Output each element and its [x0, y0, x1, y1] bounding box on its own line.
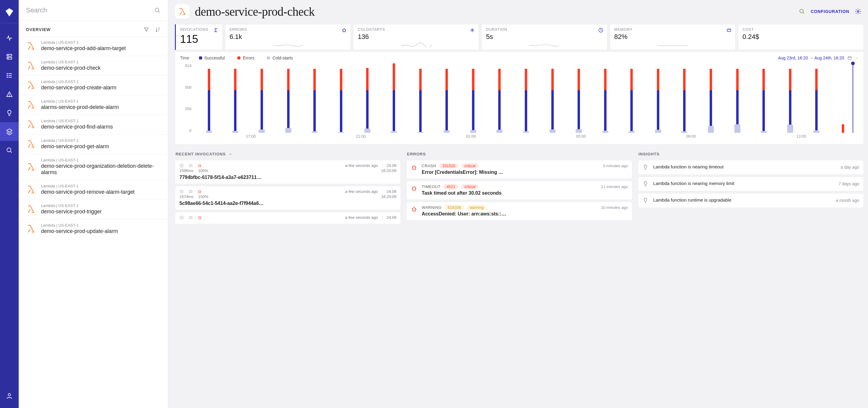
chart-bar[interactable] [724, 63, 751, 133]
invocation-card[interactable]: a few seconds ago 24.08 [175, 212, 401, 224]
chart-bar[interactable] [249, 63, 275, 133]
function-item[interactable]: Lambda | US-EAST-1 demo-service-prod-add… [19, 36, 168, 56]
main: demo-service-prod-check CONFIGURATION IN… [168, 0, 868, 408]
header-search-icon[interactable] [799, 8, 805, 15]
clock-icon [180, 215, 184, 220]
chart-bar[interactable] [803, 63, 830, 133]
chart-bar[interactable] [565, 63, 592, 133]
nav-layers-icon[interactable] [0, 122, 19, 141]
nav-list-icon[interactable] [0, 66, 19, 85]
function-item[interactable]: Lambda | US-EAST-1 demo-service-prod-fin… [19, 115, 168, 134]
stat-duration[interactable]: DURATION 5s [482, 24, 607, 50]
error-card[interactable]: CRASH 331520 critical 5 minutes ago Erro… [406, 160, 632, 179]
chart-bar[interactable] [328, 63, 354, 133]
svg-point-14 [8, 394, 10, 396]
current-time-marker [852, 63, 853, 133]
nav-servers-icon[interactable] [0, 48, 19, 66]
chart-bar[interactable] [645, 63, 671, 133]
panel-recent: RECENT INVOCATIONS a few seconds ago 24.… [175, 151, 401, 224]
legend-cold[interactable]: Cold-starts [267, 56, 293, 60]
chart-bar[interactable] [301, 63, 328, 133]
chart-bar[interactable] [487, 63, 513, 133]
memory-icon [188, 164, 193, 168]
search-row [19, 0, 168, 21]
chevron-down-icon[interactable] [855, 56, 859, 60]
chart-bar[interactable] [750, 63, 777, 133]
bulb-icon [642, 197, 649, 204]
error-card[interactable]: WARNING 618208 warning 10 minutes ago Ac… [406, 202, 632, 221]
stat-cost[interactable]: COST 0.24$ [738, 24, 864, 50]
chart-bar[interactable] [698, 63, 724, 133]
function-item[interactable]: Lambda | US-EAST-1 alarms-service-prod-d… [19, 95, 168, 115]
invocation-card[interactable]: a few seconds ago 24.08 1574ms 100% 16:2… [175, 186, 401, 210]
insight-card[interactable]: Lambda function is nearing timeout a day… [638, 160, 864, 175]
function-item[interactable]: Lambda | US-EAST-1 demo-service-prod-tri… [19, 200, 168, 219]
chart-bar[interactable] [196, 63, 222, 133]
calendar-icon[interactable] [847, 56, 852, 60]
chart-bar[interactable] [830, 63, 856, 133]
chart-bar[interactable] [671, 63, 698, 133]
function-list: Lambda | US-EAST-1 demo-service-prod-add… [19, 36, 168, 408]
chart-bar[interactable] [777, 63, 803, 133]
gear-icon[interactable] [855, 8, 861, 15]
function-item[interactable]: Lambda | US-EAST-1 demo-service-prod-cre… [19, 76, 168, 95]
error-card[interactable]: TIMEOUT 4521 critical 11 minutes ago Tas… [406, 181, 632, 200]
search-input[interactable] [26, 6, 154, 14]
svg-point-13 [9, 96, 9, 96]
lambda-icon [26, 41, 36, 51]
chart-bar[interactable] [275, 63, 302, 133]
chevron-down-icon[interactable] [228, 152, 232, 156]
stat-memory[interactable]: MEMORY 82% [610, 24, 736, 50]
function-item[interactable]: Lambda | US-EAST-1 demo-service-prod-che… [19, 56, 168, 76]
configuration-link[interactable]: CONFIGURATION [811, 9, 849, 14]
nav-profile-icon[interactable] [0, 389, 19, 408]
lambda-icon [26, 119, 36, 129]
chart-bar[interactable] [539, 63, 566, 133]
chart-bar[interactable] [460, 63, 487, 133]
insight-card[interactable]: Lambda function is nearing memory limit … [638, 177, 864, 191]
chart-bar[interactable] [222, 63, 249, 133]
legend-errors[interactable]: Errors [237, 56, 254, 60]
date-range[interactable]: Aug 23rd, 16:20 → Aug 24th, 16:20 [778, 56, 844, 60]
nav-alerts-icon[interactable] [0, 85, 19, 104]
chart-bar[interactable] [513, 63, 539, 133]
filter-icon[interactable] [143, 27, 149, 33]
insight-card[interactable]: Lambda function runtime is upgradable a … [638, 193, 864, 208]
svg-point-8 [8, 55, 8, 55]
invocation-card[interactable]: a few seconds ago 24.08 1596ms 100% 16:2… [175, 160, 401, 184]
function-item[interactable]: Lambda | US-EAST-1 demo-service-prod-org… [19, 154, 168, 180]
chart-bar[interactable] [433, 63, 460, 133]
svg-rect-6 [7, 54, 12, 56]
nav-insights-icon[interactable] [0, 104, 19, 122]
sidebar-header: OVERVIEW [26, 27, 51, 32]
lambda-icon [26, 185, 36, 194]
lambda-icon [26, 61, 36, 70]
clock-icon [180, 190, 184, 194]
chart: Time Successful Errors Cold-starts Aug 2… [175, 52, 864, 145]
nav-pulse-icon[interactable] [0, 29, 19, 48]
logo[interactable] [0, 4, 19, 23]
panel-errors: ERRORS CRASH 331520 critical 5 minutes a… [406, 151, 632, 224]
bug-icon [411, 185, 417, 192]
chart-bar[interactable] [592, 63, 619, 133]
nav-search-icon[interactable] [0, 141, 19, 159]
panel-insights: INSIGHTS Lambda function is nearing time… [638, 151, 864, 224]
stat-errors[interactable]: ERRORS 6.1k [225, 24, 351, 50]
function-item[interactable]: Lambda | US-EAST-1 demo-service-prod-get… [19, 134, 168, 154]
function-item[interactable]: Lambda | US-EAST-1 demo-service-prod-upd… [19, 219, 168, 239]
function-item[interactable]: Lambda | US-EAST-1 demo-service-prod-rem… [19, 180, 168, 200]
stat-coldstarts[interactable]: COLDSTARTS 136 [353, 24, 479, 50]
chart-bar[interactable] [381, 63, 407, 133]
x-axis: 17:0021:0001:0005:0009:0013:00 [196, 134, 856, 142]
legend-successful[interactable]: Successful [199, 56, 225, 60]
sort-icon[interactable] [155, 27, 161, 33]
chart-bar[interactable] [354, 63, 381, 133]
stat-invocations[interactable]: INVOCATIONS 115 [175, 24, 223, 50]
chart-bar[interactable] [407, 63, 434, 133]
clock-icon [180, 164, 184, 168]
lambda-icon [26, 100, 36, 110]
search-icon[interactable] [154, 7, 161, 13]
lambda-icon [26, 80, 36, 90]
svg-point-11 [7, 75, 7, 76]
chart-bar[interactable] [619, 63, 645, 133]
